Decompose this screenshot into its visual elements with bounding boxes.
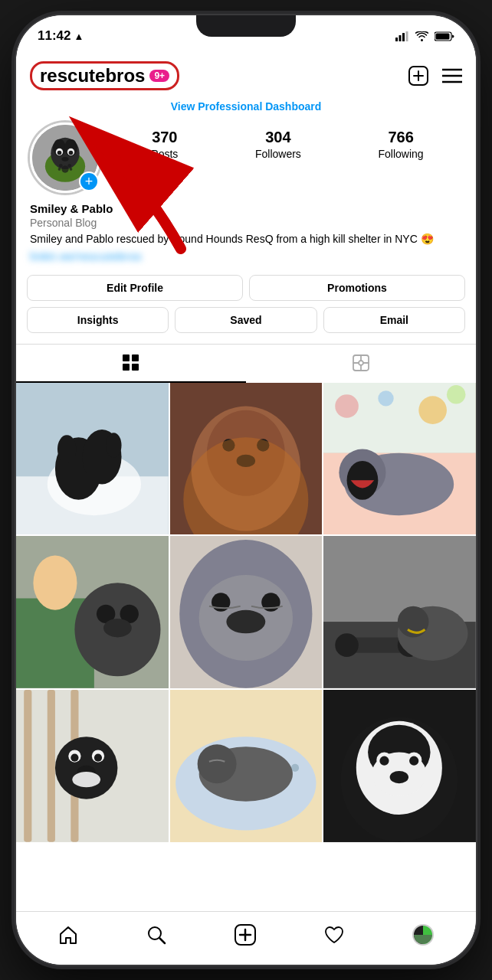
location-icon: ▲: [74, 31, 84, 42]
posts-label: Posts: [151, 148, 178, 160]
status-icons: [395, 31, 454, 41]
svg-point-42: [57, 435, 76, 463]
edit-profile-button[interactable]: Edit Profile: [27, 275, 243, 301]
svg-rect-2: [402, 33, 405, 41]
search-icon: [146, 925, 166, 945]
profile-section: + 370 Posts 304 Followers 766 Following: [16, 119, 476, 202]
svg-point-20: [69, 151, 74, 155]
insights-button[interactable]: Insights: [27, 307, 169, 333]
username-text: rescutebros: [40, 65, 145, 87]
status-bar: 11:42 ▲: [16, 15, 476, 57]
email-button[interactable]: Email: [323, 307, 465, 333]
photo-cell-8[interactable]: [170, 690, 323, 842]
add-post-button[interactable]: [408, 66, 428, 86]
photo-cell-2[interactable]: [170, 383, 323, 535]
stat-posts[interactable]: 370 Posts: [151, 129, 178, 160]
account-type: Personal Blog: [30, 217, 462, 229]
nav-home[interactable]: [51, 922, 86, 948]
svg-point-88: [71, 753, 78, 761]
action-row-2: Insights Saved Email: [27, 307, 465, 333]
svg-line-116: [159, 938, 165, 943]
svg-point-56: [419, 396, 448, 424]
saved-button[interactable]: Saved: [175, 307, 317, 333]
header-icons: [408, 66, 462, 86]
bottom-nav: [16, 911, 476, 965]
ig-content: rescutebros 9+: [16, 57, 476, 911]
avatar-wrapper: +: [30, 122, 100, 193]
status-time: 11:42 ▲: [38, 28, 84, 44]
tab-grid[interactable]: [16, 345, 246, 383]
svg-point-77: [336, 634, 359, 658]
svg-rect-28: [132, 354, 139, 361]
photo-cell-9[interactable]: [323, 690, 476, 842]
svg-rect-30: [132, 364, 139, 371]
action-buttons: Edit Profile Promotions Insights Saved E…: [16, 272, 476, 339]
svg-point-54: [336, 394, 359, 418]
notification-badge: 9+: [149, 70, 169, 82]
photo-cell-3[interactable]: [323, 383, 476, 535]
battery-icon: [435, 31, 454, 41]
action-row-1: Edit Profile Promotions: [27, 275, 465, 301]
bio-section: Smiley & Pablo Personal Blog Smiley and …: [16, 202, 476, 272]
svg-point-21: [61, 157, 68, 162]
tab-tagged[interactable]: [246, 345, 476, 383]
menu-button[interactable]: [442, 67, 462, 84]
svg-point-43: [106, 433, 121, 458]
svg-point-112: [380, 756, 389, 766]
heart-icon: [324, 925, 344, 945]
svg-point-23: [59, 164, 63, 168]
home-icon: [58, 925, 78, 945]
bio-text: Smiley and Pablo rescued by Pound Hounds…: [30, 232, 462, 247]
svg-rect-3: [406, 31, 408, 41]
add-icon: [408, 66, 428, 86]
tabs-bar: [16, 344, 476, 383]
photo-cell-1[interactable]: [16, 383, 169, 535]
photo-cell-5[interactable]: [170, 536, 323, 688]
svg-rect-5: [436, 33, 450, 39]
nav-search[interactable]: [139, 922, 174, 948]
add-nav-icon: [235, 924, 256, 946]
promotions-button[interactable]: Promotions: [249, 275, 465, 301]
notch: [196, 15, 296, 37]
svg-point-114: [390, 771, 408, 783]
posts-count: 370: [152, 129, 177, 146]
stats-section: 370 Posts 304 Followers 766 Following: [113, 122, 462, 160]
svg-point-19: [57, 151, 62, 155]
svg-point-113: [409, 756, 418, 766]
svg-rect-82: [24, 690, 31, 842]
followers-label: Followers: [255, 148, 301, 160]
svg-point-73: [226, 610, 265, 634]
following-label: Following: [379, 148, 424, 160]
photo-cell-7[interactable]: [16, 690, 169, 842]
tagged-icon: [352, 354, 370, 372]
pro-dashboard-link[interactable]: View Professional Dashboard: [171, 100, 322, 113]
svg-point-91: [72, 772, 100, 787]
display-name: Smiley & Pablo: [30, 202, 462, 215]
svg-rect-1: [399, 35, 402, 41]
ig-header: rescutebros 9+: [16, 57, 476, 96]
svg-point-25: [58, 168, 61, 171]
nav-add[interactable]: [227, 921, 264, 949]
stat-following[interactable]: 766 Following: [379, 129, 424, 160]
nav-heart[interactable]: [317, 922, 352, 948]
add-story-button[interactable]: +: [79, 172, 99, 191]
svg-point-104: [197, 744, 236, 783]
svg-rect-29: [123, 364, 130, 371]
svg-rect-27: [123, 354, 130, 361]
username-highlight: rescutebros 9+: [30, 61, 179, 90]
svg-point-26: [70, 168, 73, 171]
photo-cell-6[interactable]: [323, 536, 476, 688]
username-section: rescutebros 9+: [30, 61, 179, 90]
pro-dashboard[interactable]: View Professional Dashboard: [16, 96, 476, 119]
profile-link[interactable]: linktr.ee/rescutebros: [30, 250, 462, 263]
wifi-icon: [415, 31, 428, 41]
hamburger-icon: [442, 67, 462, 84]
grid-icon: [122, 354, 140, 372]
svg-point-24: [67, 164, 71, 168]
svg-point-57: [447, 385, 465, 403]
signal-icon: [395, 31, 409, 41]
photo-cell-4[interactable]: [16, 536, 169, 688]
nav-profile[interactable]: [405, 921, 441, 949]
stat-followers[interactable]: 304 Followers: [255, 129, 301, 160]
svg-rect-83: [48, 690, 55, 842]
